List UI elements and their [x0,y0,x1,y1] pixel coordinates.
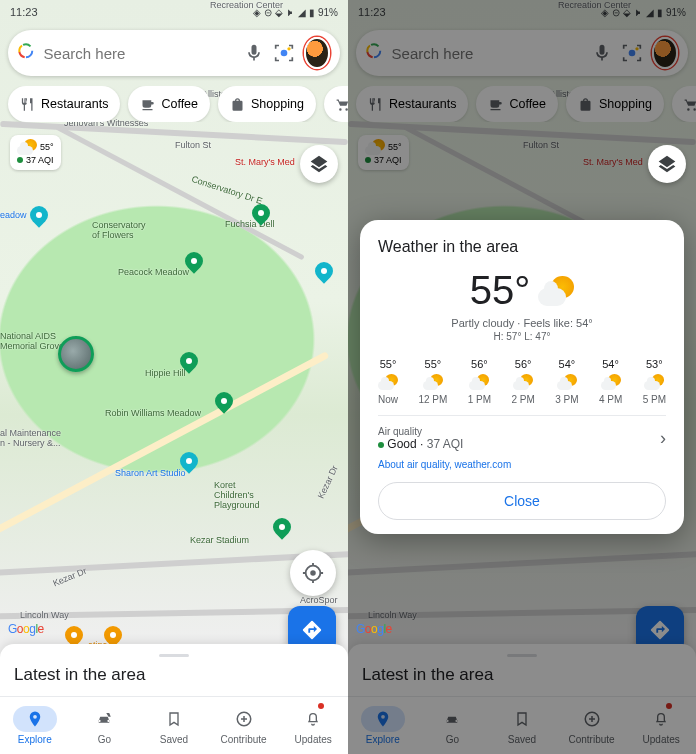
partly-cloudy-icon [17,139,37,155]
lens-icon[interactable] [274,40,294,66]
chip-groceries: Grocer [672,86,696,122]
poi-pin[interactable] [26,202,51,227]
status-time: 11:23 [10,6,38,18]
hour-slot: 56°2 PM [511,358,534,405]
map-label: Conservatory of Flowers [92,220,146,240]
weather-condition: Partly cloudy · Feels like: 54° [378,317,666,329]
svg-point-4 [281,50,288,57]
nav-contribute[interactable]: Contribute [209,697,279,754]
nav-updates[interactable]: Updates [278,697,348,754]
nav-saved[interactable]: Saved [139,697,209,754]
svg-point-12 [366,43,382,59]
current-temp: 55° [470,268,531,313]
mic-icon[interactable] [244,40,264,66]
search-bar [356,30,688,76]
bell-icon [305,710,321,728]
svg-point-14 [635,47,638,50]
svg-point-5 [287,47,290,50]
nav-updates: Updates [626,697,696,754]
plus-circle-icon [235,710,253,728]
chip-restaurants[interactable]: Restaurants [8,86,120,122]
chip-coffee: Coffee [476,86,558,122]
poi-pin[interactable] [311,258,336,283]
car-icon [94,710,114,728]
weather-badge: 55° 37 AQI [358,135,409,170]
map-label: Koret Children's Playground [214,480,260,510]
partly-cloudy-icon [538,276,574,306]
street-view-photo[interactable] [58,336,94,372]
status-icons: ◈ ⊝ ⬙ 🕨 ◢ ▮ 91% [253,7,338,18]
aqi-indicator-icon [17,157,23,163]
map-label: Kezar Dr [316,464,340,500]
sheet-title: Latest in the area [14,665,334,685]
search-input [392,45,582,62]
nav-saved: Saved [487,697,557,754]
category-chips: Restaurants Coffee Shopping Grocer [0,86,348,122]
hour-slot: 54°3 PM [555,358,578,405]
category-chips: Restaurants Coffee Shopping Grocer [348,86,696,122]
profile-avatar [652,37,678,69]
layers-button[interactable] [648,145,686,183]
chip-groceries[interactable]: Grocer [324,86,348,122]
nav-go[interactable]: Go [70,697,140,754]
nav-explore: Explore [348,697,418,754]
nav-contribute: Contribute [557,697,627,754]
chevron-right-icon: › [660,428,666,449]
hour-slot: 53°5 PM [643,358,666,405]
status-bar: 11:23 ◈ ⊝ ⬙ 🕨 ◢ ▮ 91% [0,0,348,24]
svg-point-3 [18,43,34,59]
air-quality-row[interactable]: Air quality Good · 37 AQI › [378,415,666,451]
drag-handle-icon[interactable] [159,654,189,657]
lens-icon [622,40,642,66]
status-bar: 11:23 ◈ ⊝ ⬙ 🕨 ◢ ▮ 91% [348,0,696,24]
map-label: Peacock Meadow [118,267,189,277]
hour-slot: 55°12 PM [418,358,447,405]
weather-attribution-link[interactable]: About air quality, weather.com [378,459,666,470]
weather-card-title: Weather in the area [378,238,666,256]
chip-coffee[interactable]: Coffee [128,86,210,122]
hour-slot: 56°1 PM [468,358,491,405]
weather-badge[interactable]: 55° 37 AQI [10,135,61,170]
search-bar[interactable] [8,30,340,76]
bottom-sheet[interactable]: Latest in the area [0,644,348,696]
google-logo-icon [366,43,382,63]
poi-pin[interactable] [269,514,294,539]
pin-icon [26,710,44,728]
chip-restaurants: Restaurants [356,86,468,122]
search-input[interactable] [44,45,234,62]
bottom-nav: Explore Go Saved Contribute Updates [348,696,696,754]
map-label: St. Mary's Med [235,157,295,167]
layers-button[interactable] [300,145,338,183]
hourly-forecast[interactable]: 55°Now 55°12 PM 56°1 PM 56°2 PM 54°3 PM … [378,358,666,405]
weather-card: Weather in the area 55° Partly cloudy · … [360,220,684,534]
notification-dot-icon [318,703,324,709]
close-button[interactable]: Close [378,482,666,520]
aqi-indicator-icon [378,442,384,448]
nav-go: Go [418,697,488,754]
map-label: Robin Williams Meadow [105,408,201,418]
map-label: Fulton St [175,140,211,150]
svg-point-13 [629,50,636,57]
bottom-sheet: Latest in the area [348,644,696,696]
google-logo-icon [18,43,34,63]
chip-shopping[interactable]: Shopping [218,86,316,122]
profile-avatar[interactable] [304,37,330,69]
bottom-nav: Explore Go Saved Contribute Updates [0,696,348,754]
map-label: al Maintenance n - Nursery &... [0,428,61,448]
hour-slot: 55°Now [378,358,398,405]
chip-shopping: Shopping [566,86,664,122]
map-label: Fuchsia Dell [225,219,275,229]
my-location-button[interactable] [290,550,336,596]
map-label: Lincoln Way [20,610,69,620]
svg-point-6 [310,570,316,576]
weather-high-low: H: 57° L: 47° [378,331,666,342]
nav-explore[interactable]: Explore [0,697,70,754]
map-label: National AIDS Memorial Grove [0,331,64,351]
hour-slot: 54°4 PM [599,358,622,405]
map-label: AcroSpor [300,595,338,605]
map-label: Hippie Hill [145,368,186,378]
bookmark-icon [166,710,182,728]
map-label: eadow [0,210,27,220]
google-watermark: Google [8,622,44,636]
google-watermark: Google [356,622,392,636]
